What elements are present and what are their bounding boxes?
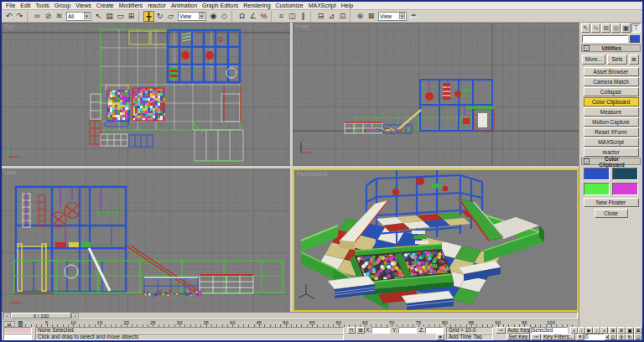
selection-set-dropdown[interactable]: Selected — [531, 327, 568, 334]
hierarchy-tab[interactable]: ⊞ — [601, 23, 610, 33]
utility-collapse[interactable]: Collapse — [584, 87, 639, 96]
maxscript-mini-listener-white[interactable] — [3, 334, 32, 340]
use-pivot-point-center-icon[interactable]: ◉ — [208, 11, 219, 22]
angle-snap-toggle-icon[interactable]: ∠ — [247, 11, 258, 22]
snaps-toggle-icon[interactable]: Ω — [236, 11, 247, 22]
utility-maxscript[interactable]: MAXScript — [584, 137, 639, 147]
zoom-all-icon[interactable]: ⊛ — [617, 327, 626, 334]
coord-y-field[interactable] — [398, 327, 417, 334]
previous-frame-icon[interactable]: ‹ — [578, 327, 585, 334]
menu-item-create[interactable]: Create — [94, 2, 117, 9]
arc-rotate-icon[interactable]: ↻ — [626, 334, 634, 340]
go-to-end-icon[interactable]: » — [600, 327, 608, 334]
zoom-icon[interactable]: ⊕ — [609, 327, 617, 334]
select-and-rotate-icon[interactable]: ↻ — [154, 11, 165, 22]
set-key-button[interactable]: Set Key — [506, 334, 530, 340]
track-bar[interactable]: ⊟ 05101520253035404550556065707580859095… — [2, 319, 579, 327]
viewport-top[interactable]: Top — [2, 23, 290, 166]
named-selection-sets-icon[interactable]: ≡ — [276, 11, 287, 22]
configure-button-sets-icon[interactable]: ⊞ — [629, 54, 639, 65]
select-object-icon[interactable]: ↖ — [93, 11, 104, 22]
menu-item-modifiers[interactable]: Modifiers — [117, 2, 145, 9]
menu-item-file[interactable]: File — [3, 2, 18, 9]
selection-filter-dropdown[interactable]: All▼ — [66, 12, 91, 21]
collapse-rollout-icon[interactable]: - — [584, 158, 589, 164]
next-frame-icon[interactable]: › — [593, 327, 600, 334]
lock-selection-icon[interactable]: ⊓ — [347, 327, 356, 334]
quick-render-icon[interactable]: ☕ — [408, 11, 419, 22]
object-color-swatch[interactable] — [630, 35, 640, 43]
reference-coordinate-dropdown[interactable]: View▼ — [178, 12, 206, 21]
menu-item-maxscript[interactable]: MAXScript — [306, 2, 339, 9]
clipboard-color-swatch-4[interactable] — [612, 183, 638, 195]
add-time-tag[interactable]: Add Time Tag — [446, 334, 493, 340]
key-mode-toggle-icon[interactable]: ≡ — [577, 334, 584, 340]
more-utilities-button[interactable]: More... — [582, 54, 605, 65]
coord-z-field[interactable] — [425, 327, 444, 334]
redo-icon[interactable]: ↷ — [14, 11, 25, 22]
select-by-name-icon[interactable]: ▤ — [104, 11, 115, 22]
object-name-field[interactable] — [582, 35, 628, 43]
clipboard-color-swatch-1[interactable] — [584, 168, 610, 180]
key-filters-button[interactable]: Key Filters... — [542, 334, 575, 340]
menu-item-group[interactable]: Group — [52, 2, 73, 9]
color-clipboard-rollout[interactable]: - Color Clipboard — [581, 158, 641, 165]
window-crossing-icon[interactable]: ⊞ — [126, 11, 137, 22]
select-and-manipulate-icon[interactable]: ◇ — [219, 11, 230, 22]
render-type-dropdown[interactable]: View▼ — [378, 12, 407, 21]
menu-item-reactor[interactable]: reactor — [145, 2, 169, 9]
time-tag-icon[interactable]: ∗ — [436, 334, 444, 340]
utility-asset-browser[interactable]: Asset Browser — [584, 67, 639, 76]
menu-item-tools[interactable]: Tools — [33, 2, 51, 9]
curve-editor-icon[interactable]: ⊿ — [326, 11, 337, 22]
align-icon[interactable]: ∥ — [298, 11, 309, 22]
motion-tab[interactable]: ◎ — [611, 23, 621, 33]
key-icon[interactable]: ⊸ — [496, 327, 506, 334]
menu-item-graph-editors[interactable]: Graph Editors — [200, 2, 241, 9]
undo-icon[interactable]: ↶ — [3, 11, 14, 22]
layer-manager-icon[interactable]: ⊟ — [315, 11, 326, 22]
unlink-selection-icon[interactable]: ⊘ — [43, 11, 54, 22]
material-editor-icon[interactable]: ⊛ — [355, 11, 366, 22]
min-max-toggle-icon[interactable]: ◲ — [634, 334, 642, 340]
clipboard-color-swatch-3[interactable] — [584, 183, 610, 195]
display-tab[interactable]: ▣ — [621, 23, 631, 33]
pan-icon[interactable]: ╬ — [617, 334, 626, 340]
select-and-link-icon[interactable]: ∞ — [32, 11, 43, 22]
time-slider-prev-button[interactable]: < — [3, 313, 11, 319]
utility-measure[interactable]: Measure — [584, 107, 639, 117]
schematic-view-icon[interactable]: ⊡ — [337, 11, 348, 22]
menu-item-help[interactable]: Help — [339, 2, 356, 9]
viewport-perspective[interactable]: Perspective — [293, 168, 579, 312]
utility-color-clipboard[interactable]: Color Clipboard — [584, 97, 639, 106]
utility-reset-xform[interactable]: Reset XForm — [584, 127, 639, 137]
percent-snap-toggle-icon[interactable]: % — [258, 11, 269, 22]
render-setup-icon[interactable]: ⊠ — [366, 11, 377, 22]
select-and-scale-icon[interactable]: ▱ — [165, 11, 176, 22]
modify-tab[interactable]: ∿ — [591, 23, 600, 33]
menu-item-views[interactable]: Views — [73, 2, 94, 9]
sets-button[interactable]: Sets — [607, 54, 627, 65]
current-frame-field[interactable]: 0 — [584, 334, 605, 340]
open-mini-curve-editor-icon[interactable]: ⊟ — [3, 321, 15, 327]
menu-item-rendering[interactable]: Rendering — [241, 2, 273, 9]
rectangular-selection-region-icon[interactable]: ▭ — [115, 11, 126, 22]
menu-item-edit[interactable]: Edit — [18, 2, 33, 9]
viewport-front[interactable]: Front — [293, 23, 579, 166]
zoom-region-icon[interactable]: ◰ — [609, 334, 617, 340]
absolute-offset-mode-icon[interactable]: ⊞ — [356, 327, 365, 334]
close-button[interactable]: Close — [595, 209, 628, 218]
viewport-user[interactable]: User — [2, 168, 290, 312]
maxscript-mini-listener-pink[interactable] — [3, 327, 32, 334]
mirror-icon[interactable]: ◫ — [287, 11, 298, 22]
play-icon[interactable]: ▶ — [585, 327, 593, 334]
time-slider-track[interactable]: < 0 / 100 > — [3, 312, 578, 319]
zoom-extents-icon[interactable]: ▣ — [626, 327, 634, 334]
bind-to-space-warp-icon[interactable]: ≋ — [54, 11, 65, 22]
collapse-rollout-icon[interactable]: - — [584, 45, 589, 51]
utility-motion-capture[interactable]: Motion Capture — [584, 117, 639, 127]
auto-key-button[interactable]: Auto Key — [506, 327, 530, 334]
utilities-rollout[interactable]: - Utilities — [581, 44, 641, 52]
coord-x-field[interactable] — [371, 327, 390, 334]
new-floater-button[interactable]: New Floater — [584, 198, 639, 207]
